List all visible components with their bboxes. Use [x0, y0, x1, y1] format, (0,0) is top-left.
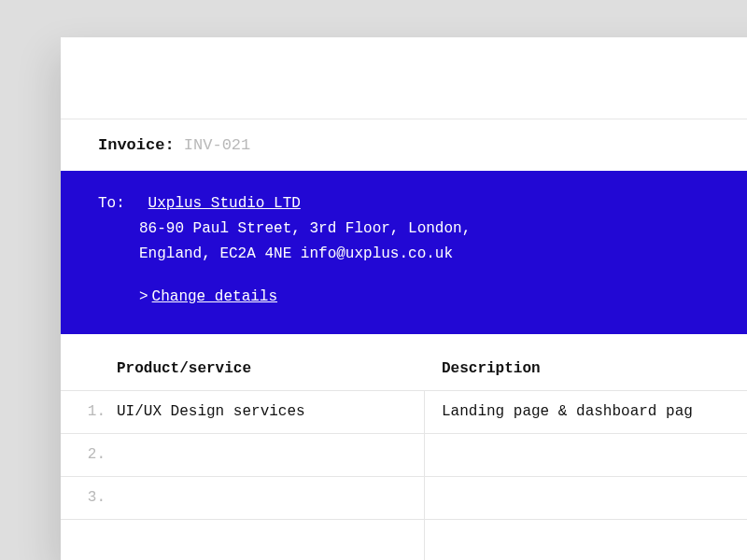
chevron-right-icon: >: [139, 285, 148, 310]
invoice-label: Invoice:: [98, 136, 175, 154]
cell-product: [117, 477, 425, 519]
invoice-number-row: Invoice: INV-021: [61, 119, 747, 171]
cell-product: UI/UX Design services: [117, 391, 425, 433]
change-details-link[interactable]: Change details: [152, 288, 277, 305]
table-row[interactable]: 1. UI/UX Design services Landing page & …: [61, 390, 747, 433]
invoice-sheet: Invoice: INV-021 To: Uxplus Studio LTD 8…: [61, 37, 747, 560]
recipient-company: Uxplus Studio LTD: [148, 195, 301, 212]
table-header: Product/service Description: [61, 334, 747, 390]
row-number: 2.: [61, 446, 117, 463]
header-description: Description: [425, 360, 747, 377]
change-details-row: >Change details: [98, 285, 747, 310]
table-row[interactable]: 3.: [61, 476, 747, 519]
recipient-block: To: Uxplus Studio LTD 86-90 Paul Street,…: [61, 171, 747, 334]
header-product: Product/service: [61, 360, 425, 377]
row-number: 3.: [61, 489, 117, 506]
table-row[interactable]: [61, 519, 747, 560]
table-row[interactable]: 2.: [61, 433, 747, 476]
cell-product: [117, 434, 425, 476]
cell-description: Landing page & dashboard pag: [425, 403, 747, 420]
cell-product: [117, 520, 425, 560]
row-number: 1.: [61, 403, 117, 420]
recipient-address: 86-90 Paul Street, 3rd Floor, London, En…: [98, 217, 528, 267]
header-spacer: [61, 37, 747, 119]
invoice-number: INV-021: [184, 136, 250, 154]
to-label: To:: [98, 191, 139, 217]
